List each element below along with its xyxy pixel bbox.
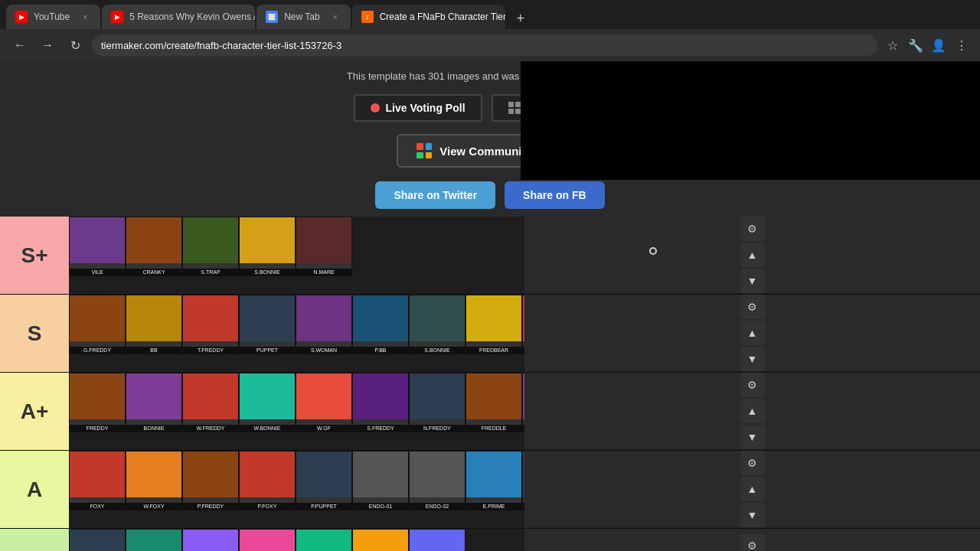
list-item[interactable]: T.FREDDY (182, 295, 239, 354)
list-item[interactable] (352, 529, 409, 551)
list-item[interactable]: P.BB (352, 295, 409, 354)
list-item[interactable]: CRANKY (126, 217, 182, 276)
tab-newtab-close[interactable]: × (329, 11, 341, 23)
up-button-a-plus[interactable]: ▲ (740, 399, 765, 423)
item-label: E.PRIME (466, 503, 521, 510)
bookmark-icon[interactable]: ☆ (884, 36, 902, 54)
list-item[interactable]: ENDO-02 (409, 451, 466, 510)
list-item[interactable]: E.PRIME (466, 451, 522, 510)
up-button-s-plus[interactable]: ▲ (740, 243, 765, 267)
menu-icon[interactable]: ⋮ (952, 36, 971, 54)
item-label: P.FREDDY (183, 503, 238, 510)
video-box (521, 61, 980, 180)
list-item[interactable]: JJ (522, 295, 524, 354)
list-item[interactable]: W.BONNIE (239, 373, 296, 432)
share-twitter-label: Share on Twitter (394, 189, 477, 201)
tab-youtube-close[interactable]: × (79, 11, 91, 23)
tab-kevin[interactable]: ▶ 5 Reasons Why Kevin Owens A... × (102, 5, 255, 29)
list-item[interactable]: N.FREDDY (409, 373, 466, 432)
list-item[interactable]: W.FOXY (126, 451, 182, 510)
list-item[interactable]: S.FREDDY (352, 373, 409, 432)
address-input[interactable] (92, 34, 877, 56)
share-fb-button[interactable]: Share on FB (505, 181, 604, 209)
share-fb-label: Share on FB (523, 189, 586, 201)
list-item[interactable]: PUPPET (239, 295, 296, 354)
tab-youtube[interactable]: ▶ YouTube × (6, 5, 100, 29)
tiermaker-favicon: T (361, 11, 374, 23)
list-item[interactable]: P.FREDDY (182, 451, 239, 510)
address-bar-row: ← → ↻ ☆ 🔧 👤 ⋮ (0, 29, 980, 61)
item-label: W.FREDDY (183, 425, 238, 432)
list-item[interactable]: FOXY (69, 451, 126, 510)
item-label: S.BONNIE (410, 347, 465, 354)
item-label: FREDDY (70, 425, 125, 432)
list-item[interactable] (239, 529, 296, 551)
list-item[interactable]: BONNIE (126, 373, 182, 432)
list-item[interactable]: P.FOXY (239, 451, 296, 510)
list-item[interactable]: FREDBEAR (466, 295, 522, 354)
list-item[interactable]: S.WOMAN (296, 295, 352, 354)
gear-button-b[interactable]: ⚙ (740, 533, 765, 552)
tier-row-s-plus: S+ VILE CRANKY S.TRAP S.BONNIE N.MARE ⚙ … (0, 217, 980, 295)
item-label: N.FREDDY (410, 425, 465, 432)
up-button-s[interactable]: ▲ (740, 321, 765, 345)
grid-icon (508, 102, 521, 114)
list-item[interactable]: W.FREDDY (182, 373, 239, 432)
item-label: G.FREDDY (70, 347, 125, 354)
tab-newtab-label: New Tab (284, 11, 319, 22)
list-item[interactable] (182, 529, 239, 551)
down-button-a-plus[interactable]: ▼ (740, 425, 765, 449)
new-tab-button[interactable]: + (510, 8, 531, 29)
gear-button-s-plus[interactable]: ⚙ (740, 217, 765, 241)
tier-row-b: B ⚙ ▲ (0, 529, 980, 551)
list-item[interactable]: S.BONNIE (239, 217, 296, 276)
back-button[interactable]: ← (9, 34, 31, 56)
tab-newtab[interactable]: ⬜ New Tab × (256, 5, 350, 29)
list-item[interactable]: BB (126, 295, 182, 354)
tab-tiermaker-label: Create a FNaFb Character Tier ... (380, 11, 505, 22)
item-label: FREDDLE (466, 425, 521, 432)
forward-button[interactable]: → (37, 34, 58, 56)
tier-items-b (69, 529, 524, 551)
list-item[interactable] (409, 529, 466, 551)
live-voting-poll-button[interactable]: Live Voting Poll (354, 94, 482, 122)
list-item[interactable]: FREDDLE (466, 373, 522, 432)
gear-button-s[interactable]: ⚙ (740, 295, 765, 319)
extensions-icon[interactable]: 🔧 (906, 36, 925, 54)
tier-items-a-plus: FREDDY BONNIE W.FREDDY W.BONNIE W.GF S.F… (69, 373, 524, 450)
list-item[interactable]: N.BONNIE (522, 373, 524, 432)
profile-icon[interactable]: 👤 (929, 36, 948, 54)
refresh-button[interactable]: ↻ (64, 34, 86, 56)
share-twitter-button[interactable]: Share on Twitter (375, 181, 495, 209)
tier-controls-a-plus: ⚙ ▲ ▼ (524, 373, 980, 450)
down-button-s-plus[interactable]: ▼ (740, 269, 765, 293)
list-item[interactable]: P.PUPPET (522, 451, 524, 510)
item-label: T.FREDDY (183, 347, 238, 354)
page-content: This template has 301 images and was las… (0, 61, 980, 551)
down-button-a[interactable]: ▼ (740, 503, 765, 527)
list-item[interactable]: G.FREDDY (69, 295, 126, 354)
gear-button-a-plus[interactable]: ⚙ (740, 373, 765, 397)
tab-tiermaker[interactable]: T Create a FNaFb Character Tier ... × (352, 5, 505, 29)
list-item[interactable]: N.MARE (296, 217, 352, 276)
item-label: FREDBEAR (466, 347, 521, 354)
list-item[interactable] (296, 529, 352, 551)
gear-button-a[interactable]: ⚙ (740, 451, 765, 475)
tier-label-a-plus: A+ (0, 373, 69, 450)
list-item[interactable]: FREDDY (69, 373, 126, 432)
list-item[interactable]: P.PUPPET (296, 451, 352, 510)
list-item[interactable] (126, 529, 182, 551)
item-label: S.TRAP (183, 269, 238, 276)
list-item[interactable]: W.GF (296, 373, 352, 432)
tier-items-a: FOXY W.FOXY P.FREDDY P.FOXY P.PUPPET END… (69, 451, 524, 528)
tier-label-s-plus: S+ (0, 217, 69, 294)
down-button-s[interactable]: ▼ (740, 347, 765, 371)
list-item[interactable]: S.TRAP (182, 217, 239, 276)
item-label: S.WOMAN (296, 347, 351, 354)
item-label: P.PUPPET (296, 503, 351, 510)
up-button-a[interactable]: ▲ (740, 477, 765, 501)
list-item[interactable]: VILE (69, 217, 126, 276)
list-item[interactable] (69, 529, 126, 551)
list-item[interactable]: ENDO-01 (352, 451, 409, 510)
list-item[interactable]: S.BONNIE (409, 295, 466, 354)
